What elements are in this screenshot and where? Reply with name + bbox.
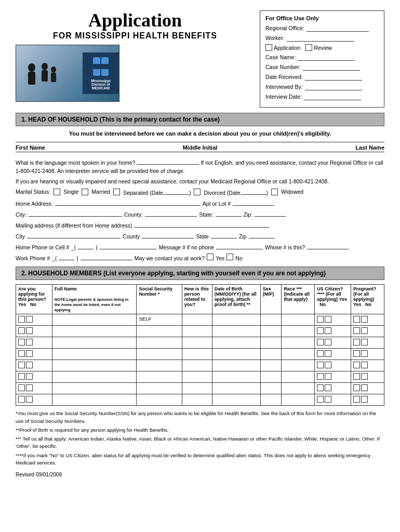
footnote3: *** Tell us all that apply: American Ind…: [16, 435, 384, 450]
whose-field[interactable]: [307, 242, 349, 249]
divorced-label: Divorced (Date): [204, 188, 268, 196]
row1-no-cb[interactable]: [26, 316, 33, 323]
last-name-label: Last Name: [237, 144, 384, 152]
table-row: [16, 394, 384, 406]
work-phone-label: Work Phone #: [16, 255, 50, 261]
row1-pregnant: [351, 314, 384, 326]
footnote4: ****If you mark "No" to US Citizen, alie…: [16, 452, 384, 467]
name-divider: [16, 142, 384, 142]
row1-cit-no[interactable]: [325, 316, 331, 323]
table-row: [16, 349, 384, 360]
state2-field[interactable]: [211, 231, 237, 238]
page-title: Application: [16, 10, 255, 31]
svg-point-0: [28, 63, 35, 72]
review-checkbox[interactable]: [305, 44, 312, 51]
widowed-checkbox[interactable]: [271, 189, 278, 195]
interviewed-by-field[interactable]: [305, 83, 362, 90]
review-checkbox-item[interactable]: Review: [305, 44, 331, 51]
impaired-text: If you are hearing or visually impaired …: [16, 178, 384, 186]
case-number-field[interactable]: [303, 63, 360, 71]
svg-rect-8: [93, 64, 109, 69]
header-banner: Mississippi Division ofMEDICAID: [16, 45, 119, 102]
language-field[interactable]: [137, 157, 199, 165]
county-label: County:: [124, 211, 143, 218]
case-name-field[interactable]: [298, 54, 355, 61]
row1-name[interactable]: [52, 314, 137, 326]
row1-dob[interactable]: [212, 314, 260, 326]
message-field[interactable]: [216, 242, 263, 249]
svg-rect-1: [28, 72, 35, 85]
interview-notice: You must be interviewed before we can ma…: [16, 130, 384, 137]
zip-field[interactable]: [255, 209, 286, 217]
divorced-checkbox[interactable]: [194, 189, 201, 195]
application-checkbox-item[interactable]: Application: [265, 44, 300, 51]
family-silhouette: [21, 57, 63, 99]
single-checkbox[interactable]: [54, 189, 60, 195]
zip-label: Zip:: [244, 211, 253, 218]
mailing-field[interactable]: [134, 220, 269, 228]
col-citizen-header: US Citizen? **** (For all applying) Yes …: [315, 285, 351, 314]
row1-sex[interactable]: [260, 314, 282, 326]
state-field[interactable]: [216, 209, 242, 217]
contact-no-label: No: [235, 255, 242, 261]
svg-rect-3: [42, 70, 48, 82]
interviewed-by-line: Interviewed By:: [265, 83, 379, 90]
row1-preg-yes[interactable]: [353, 316, 360, 323]
case-name-line: Case Name:: [265, 54, 379, 61]
separated-checkbox[interactable]: [113, 189, 120, 195]
county-field[interactable]: [145, 209, 197, 217]
marital-status-label: Marital Status:: [16, 189, 50, 195]
household-table: Are you applying for this person? Yes No…: [16, 284, 384, 406]
language-text: What is the language most spoken in your…: [16, 157, 384, 176]
home-address-field[interactable]: [55, 198, 201, 206]
regional-office-field[interactable]: [306, 24, 369, 32]
table-row: [16, 326, 384, 337]
date-received-field[interactable]: [305, 73, 362, 81]
county2-field[interactable]: [142, 231, 194, 238]
case-number-line: Case Number:: [265, 63, 379, 71]
col-dob-header: Date of Birth (MM/DD/YY) (for all applyi…: [212, 285, 260, 314]
table-row: SELF: [16, 314, 384, 326]
married-checkbox[interactable]: [82, 189, 88, 195]
city2-line: City County State Zip: [16, 231, 384, 240]
city-label: City:: [16, 211, 26, 218]
app-review-row: Application Review: [265, 44, 379, 51]
table-row: [16, 337, 384, 349]
col-applying-header: Are you applying for this person? Yes No: [16, 285, 52, 314]
col-pregnant-header: Pregnant? (For all applying) Yes No: [351, 285, 384, 314]
county2-label: County: [123, 233, 140, 240]
row1-cit-yes[interactable]: [317, 316, 324, 323]
city2-field[interactable]: [27, 231, 121, 238]
row1-ssn: SELF: [137, 314, 182, 326]
interview-date-field[interactable]: [304, 93, 361, 100]
phone-number-field[interactable]: [100, 242, 157, 249]
name-row: First Name Middle Initial Last Name: [16, 144, 384, 152]
row1-relation[interactable]: [182, 314, 212, 326]
application-checkbox[interactable]: [265, 44, 272, 51]
footnote1: *You must give us the Social Security Nu…: [16, 410, 384, 425]
contact-no-checkbox[interactable]: [226, 254, 233, 260]
col-fullname-header: Full NameNOTE:Legal parents & spouses li…: [52, 285, 137, 314]
row1-yes-cb[interactable]: [18, 316, 25, 323]
worker-field[interactable]: [287, 34, 354, 42]
phone-line: Home Phone or Cell # _() Message # if no…: [16, 242, 384, 250]
work-area-field[interactable]: [59, 253, 74, 260]
contact-yes-checkbox[interactable]: [207, 254, 214, 260]
city-line: City: County: State: Zip:: [16, 209, 384, 218]
footnote2: **Proof of Birth is required for any per…: [16, 427, 384, 434]
medicaid-logo: Mississippi Division ofMEDICAID: [83, 52, 119, 94]
row1-race[interactable]: [282, 314, 315, 326]
state2-label: State: [196, 233, 209, 240]
single-label: Single: [63, 189, 78, 195]
row1-applying: [16, 314, 52, 326]
apt-field[interactable]: [233, 198, 274, 206]
row1-preg-no[interactable]: [361, 316, 368, 323]
svg-point-4: [51, 66, 56, 73]
zip2-field[interactable]: [249, 231, 275, 238]
work-number-field[interactable]: [81, 253, 132, 260]
marital-status-row: Marital Status: Single Married Separated…: [16, 188, 384, 196]
self-label: SELF: [139, 316, 151, 322]
city-field[interactable]: [29, 209, 122, 217]
date-received-line: Date Received:: [265, 73, 379, 81]
phone-area-field[interactable]: [78, 242, 94, 249]
